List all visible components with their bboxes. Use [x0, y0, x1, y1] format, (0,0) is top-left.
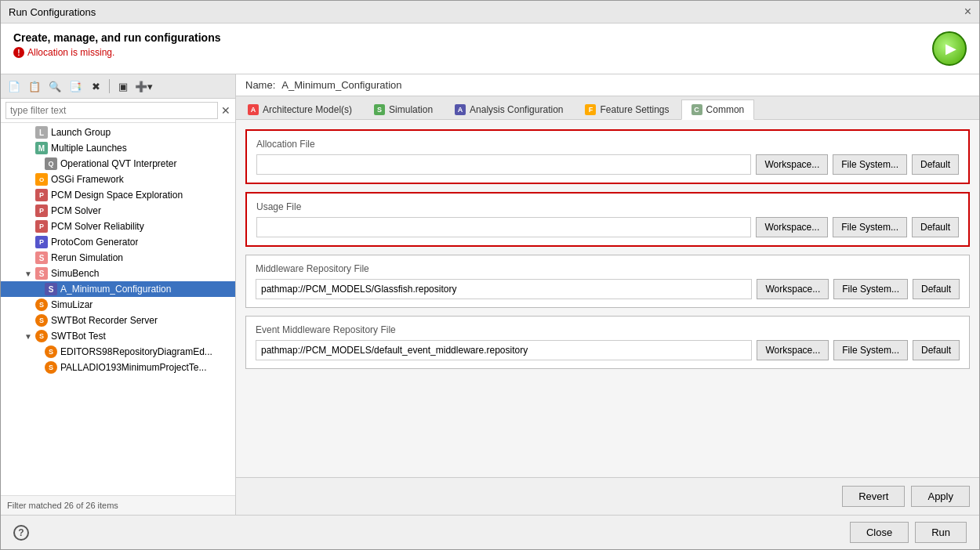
pcm-solver-icon: P — [35, 204, 48, 217]
search-button[interactable]: 🔍 — [46, 78, 64, 95]
middleware-file-input[interactable] — [256, 279, 752, 299]
multiple-launches-icon: M — [35, 142, 48, 154]
filter-bar: ✕ — [1, 99, 235, 123]
collapse-button[interactable]: ▣ — [114, 78, 132, 95]
launch-group-icon: L — [35, 126, 48, 139]
event-middleware-file-input[interactable] — [256, 340, 752, 360]
tree-item-simulizar[interactable]: S SimuLizar — [1, 297, 235, 313]
middleware-filesystem-button[interactable]: File System... — [833, 279, 908, 299]
tree-item-pcm-solver-rel[interactable]: P PCM Solver Reliability — [1, 219, 235, 234]
tab-analysis-label: Analysis Configuration — [470, 104, 563, 115]
content-area: Allocation File Workspace... File System… — [236, 120, 979, 477]
tree-item-label: PCM Solver — [51, 205, 101, 216]
right-panel: Name: A_Minimum_Configuration A Architec… — [236, 74, 979, 515]
error-text: Allocation is missing. — [27, 47, 114, 58]
close-button[interactable]: Close — [850, 522, 909, 543]
usage-workspace-button[interactable]: Workspace... — [756, 217, 828, 237]
allocation-filesystem-button[interactable]: File System... — [833, 154, 907, 175]
bottom-bar: Revert Apply — [236, 477, 979, 515]
tab-sim-label: Simulation — [389, 104, 433, 115]
title-bar-close-button[interactable]: × — [964, 5, 971, 18]
tab-feat[interactable]: F Feature Settings — [575, 100, 679, 119]
allocation-workspace-button[interactable]: Workspace... — [756, 154, 828, 175]
tree-item-pcm-solver[interactable]: P PCM Solver — [1, 203, 235, 219]
header-title: Create, manage, and run configurations — [13, 31, 221, 44]
filter-clear-button[interactable]: ✕ — [221, 104, 230, 117]
a-min-config-icon: S — [45, 283, 57, 295]
usage-file-row: Workspace... File System... Default — [256, 217, 959, 237]
tree-item-simubench[interactable]: ▼ S SimuBench — [1, 266, 235, 281]
event-middleware-filesystem-button[interactable]: File System... — [833, 340, 908, 360]
tree-item-swtbot-test[interactable]: ▼ S SWTBot Test — [1, 328, 235, 344]
run-button-footer[interactable]: Run — [915, 522, 967, 543]
tree-item-label: Rerun Simulation — [51, 252, 123, 263]
usage-filesystem-button[interactable]: File System... — [833, 217, 907, 237]
protocom-icon: P — [35, 236, 48, 248]
usage-file-input[interactable] — [256, 217, 751, 237]
event-middleware-file-row: Workspace... File System... Default — [256, 340, 960, 360]
footer-actions: Close Run — [850, 522, 967, 543]
new-button[interactable]: 📄 — [5, 78, 23, 95]
main-body: 📄 📋 🔍 📑 ✖ ▣ ➕▾ ✕ L Launch Group — [1, 74, 979, 515]
revert-button[interactable]: Revert — [842, 486, 905, 507]
export-button[interactable]: 📑 — [67, 78, 84, 95]
error-icon: ! — [13, 47, 24, 58]
tab-feat-label: Feature Settings — [600, 104, 669, 115]
apply-button[interactable]: Apply — [911, 486, 970, 507]
tree-item-label: Multiple Launches — [51, 143, 127, 154]
usage-default-button[interactable]: Default — [912, 217, 959, 237]
tree-item-pcm-dse[interactable]: P PCM Design Space Exploration — [1, 187, 235, 203]
tree-item-launch-group[interactable]: L Launch Group — [1, 125, 235, 140]
tree-item-label: ProtoCom Generator — [51, 237, 138, 248]
dropdown-button[interactable]: ➕▾ — [135, 78, 152, 95]
tab-sim[interactable]: S Simulation — [364, 100, 443, 119]
tree-item-label: Launch Group — [51, 127, 111, 138]
tree-toggle: ▼ — [24, 332, 32, 341]
left-panel: 📄 📋 🔍 📑 ✖ ▣ ➕▾ ✕ L Launch Group — [1, 74, 236, 515]
middleware-default-button[interactable]: Default — [913, 279, 960, 299]
tree-item-rerun[interactable]: S Rerun Simulation — [1, 250, 235, 266]
tree-item-editors98[interactable]: S EDITORS98RepositoryDiagramEd... — [1, 344, 235, 360]
allocation-default-button[interactable]: Default — [912, 154, 959, 175]
tab-common[interactable]: C Common — [681, 100, 755, 120]
filter-status: Filter matched 26 of 26 items — [1, 495, 235, 515]
name-value: A_Minimum_Configuration — [281, 79, 970, 91]
editors98-icon: S — [45, 346, 57, 358]
tab-arch-label: Architecture Model(s) — [263, 104, 352, 115]
delete-button[interactable]: ✖ — [87, 78, 104, 95]
tab-analysis[interactable]: A Analysis Configuration — [445, 100, 573, 119]
tree-item-multiple-launches[interactable]: M Multiple Launches — [1, 140, 235, 156]
filter-input[interactable] — [5, 102, 218, 119]
run-button[interactable] — [932, 31, 967, 66]
allocation-file-input[interactable] — [256, 154, 751, 175]
usage-section: Usage File Workspace... File System... D… — [245, 192, 970, 247]
toolbar-separator — [109, 79, 110, 93]
tree-item-palladio193[interactable]: S PALLADIO193MinimumProjectTe... — [1, 360, 235, 375]
tree-item-swtbot-recorder[interactable]: S SWTBot Recorder Server — [1, 313, 235, 328]
duplicate-button[interactable]: 📋 — [26, 78, 43, 95]
middleware-workspace-button[interactable]: Workspace... — [757, 279, 829, 299]
tab-arch-icon: A — [248, 104, 259, 115]
header-error: ! Allocation is missing. — [13, 47, 221, 58]
tree-item-label: EDITORS98RepositoryDiagramEd... — [60, 346, 212, 357]
tree-item-osgi[interactable]: O OSGi Framework — [1, 172, 235, 187]
header-left: Create, manage, and run configurations !… — [13, 31, 221, 58]
tree-toggle: ▼ — [24, 270, 32, 278]
tree-item-label: OSGi Framework — [51, 174, 124, 185]
tab-analysis-icon: A — [455, 104, 466, 115]
middleware-section: Middleware Repository File Workspace... … — [245, 255, 970, 308]
event-middleware-workspace-button[interactable]: Workspace... — [757, 340, 829, 360]
tab-arch[interactable]: A Architecture Model(s) — [238, 100, 362, 119]
simulizar-icon: S — [35, 299, 48, 311]
tree-item-a-minimum-config[interactable]: S A_Minimum_Configuration — [1, 281, 235, 297]
event-middleware-default-button[interactable]: Default — [913, 340, 960, 360]
help-button[interactable]: ? — [13, 525, 29, 541]
tab-common-label: Common — [706, 104, 745, 115]
tab-feat-icon: F — [585, 104, 596, 115]
qvt-icon: Q — [45, 157, 57, 170]
tree-item-protocom[interactable]: P ProtoCom Generator — [1, 234, 235, 250]
tree-item-label: SimuLizar — [51, 299, 93, 310]
tree-item-qvt[interactable]: Q Operational QVT Interpreter — [1, 156, 235, 172]
usage-label: Usage File — [256, 201, 959, 212]
title-bar: Run Configurations × — [1, 1, 979, 24]
